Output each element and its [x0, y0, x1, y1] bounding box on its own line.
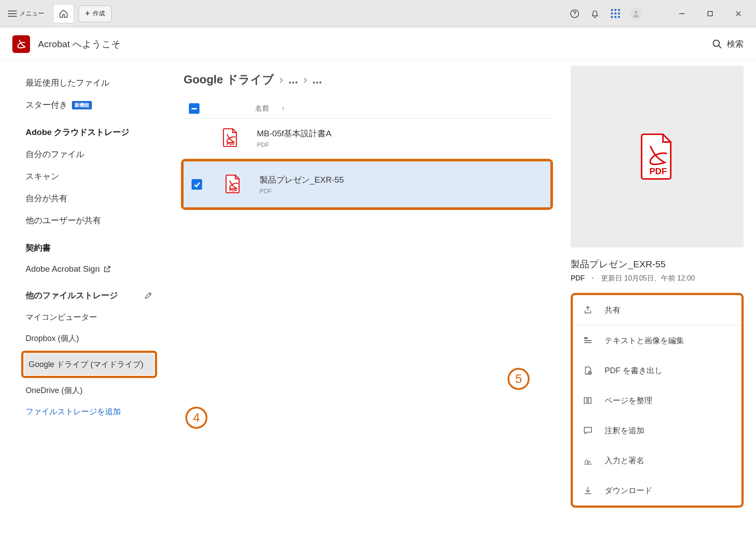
detail-file-name: 製品プレゼン_EXR-55 — [571, 258, 744, 270]
sidebar-item-mycomputer[interactable]: マイコンピューター — [21, 307, 157, 328]
file-type: PDF — [260, 187, 344, 195]
callout-box-selected-row: 製品プレゼン_EXR-55 PDF — [181, 159, 553, 210]
comment-icon — [583, 425, 593, 436]
sidebar-item-gdrive[interactable]: Google ドライブ (マイドライブ) — [24, 354, 154, 375]
sort-asc-icon[interactable]: ↑ — [282, 105, 285, 112]
export-icon — [583, 365, 593, 376]
file-name: MB-05f基本設計書A — [257, 128, 331, 139]
detail-panel: PDF 製品プレゼン_EXR-55 PDF ・ 更新日 10月05日、午前 12… — [566, 60, 756, 517]
window-minimize[interactable] — [672, 6, 692, 22]
main-panel: Google ドライブ › ... › ... 名前 ↑ MB-05f基本設計書… — [168, 60, 566, 517]
file-type: PDF — [257, 141, 331, 148]
row-checkbox[interactable] — [189, 133, 199, 143]
new-badge: 新機能 — [72, 101, 92, 109]
menu-button[interactable]: メニュー — [4, 7, 49, 20]
action-organize-pages[interactable]: ページを整理 — [573, 386, 741, 416]
window-maximize[interactable] — [700, 6, 720, 22]
subheader: Acrobat へようこそ 検索 — [0, 27, 756, 60]
file-row[interactable]: MB-05f基本設計書A PDF — [181, 119, 553, 158]
bell-icon[interactable] — [589, 8, 601, 19]
callout-box-4: Google ドライブ (マイドライブ) — [21, 351, 157, 378]
breadcrumb-mid[interactable]: ... — [288, 73, 298, 86]
breadcrumb-last[interactable]: ... — [312, 73, 322, 86]
svg-rect-5 — [708, 11, 712, 16]
sidebar: 最近使用したファイル スター付き 新機能 Adobe クラウドストレージ 自分の… — [0, 60, 168, 517]
organize-icon — [583, 395, 593, 406]
window-close[interactable] — [729, 6, 748, 22]
plus-icon: + — [85, 9, 90, 18]
sidebar-item-scan[interactable]: スキャン — [21, 165, 157, 187]
svg-point-8 — [713, 40, 719, 46]
column-name-header[interactable]: 名前 — [255, 104, 269, 113]
home-tab[interactable] — [53, 4, 74, 23]
svg-line-9 — [718, 45, 721, 48]
pencil-icon[interactable] — [144, 291, 153, 300]
pdf-file-icon — [222, 127, 239, 149]
acrobat-logo-icon — [12, 35, 30, 53]
sidebar-item-shared-by-others[interactable]: 他のユーザーが共有 — [21, 210, 157, 232]
sidebar-item-dropbox[interactable]: Dropbox (個人) — [21, 328, 157, 349]
sidebar-section-contracts: 契約書 — [21, 232, 157, 259]
search-icon — [712, 39, 722, 49]
sidebar-item-shared-by-me[interactable]: 自分が共有 — [21, 187, 157, 210]
file-row[interactable]: 製品プレゼン_EXR-55 PDF — [184, 161, 550, 207]
svg-rect-16 — [588, 398, 591, 404]
sidebar-item-add-storage[interactable]: ファイルストレージを追加 — [21, 401, 157, 422]
help-icon[interactable] — [569, 8, 580, 19]
share-icon — [583, 305, 593, 315]
callout-number-4: 4 — [185, 407, 207, 429]
hamburger-icon — [8, 11, 17, 17]
detail-meta: PDF ・ 更新日 10月05日、午前 12:00 — [571, 274, 744, 283]
file-name: 製品プレゼン_EXR-55 — [260, 174, 344, 186]
action-edit-text-image[interactable]: テキストと画像を編集 — [573, 326, 741, 356]
sidebar-item-starred[interactable]: スター付き 新機能 — [21, 94, 157, 116]
sidebar-section-storage: 他のファイルストレージ — [21, 279, 157, 307]
external-link-icon — [103, 265, 111, 273]
action-share[interactable]: 共有 — [573, 295, 741, 326]
svg-rect-12 — [584, 340, 592, 341]
svg-text:PDF: PDF — [649, 166, 667, 176]
svg-point-2 — [574, 15, 575, 16]
sidebar-item-acrobat-sign[interactable]: Adobe Acrobat Sign — [21, 259, 157, 279]
row-checkbox[interactable] — [192, 179, 202, 190]
action-download[interactable]: ダウンロード — [573, 476, 741, 506]
breadcrumb: Google ドライブ › ... › ... — [181, 68, 553, 101]
chevron-right-icon: › — [303, 73, 307, 86]
titlebar: メニュー + 作成 — [0, 0, 756, 27]
menu-label: メニュー — [19, 10, 44, 18]
download-icon — [583, 485, 593, 496]
sidebar-item-myfiles[interactable]: 自分のファイル — [21, 143, 157, 165]
svg-rect-15 — [584, 398, 587, 404]
search-button[interactable]: 検索 — [712, 38, 744, 50]
breadcrumb-root[interactable]: Google ドライブ — [184, 72, 274, 87]
select-all-checkbox[interactable] — [189, 103, 199, 114]
svg-point-3 — [635, 11, 638, 14]
pdf-file-icon — [224, 174, 242, 195]
search-label: 検索 — [727, 38, 744, 50]
sidebar-item-recent[interactable]: 最近使用したファイル — [21, 72, 157, 94]
apps-grid-icon[interactable] — [609, 8, 621, 19]
avatar-icon[interactable] — [630, 7, 642, 20]
callout-number-5: 5 — [508, 368, 530, 390]
list-header: 名前 ↑ — [181, 101, 553, 119]
sidebar-section-cloud: Adobe クラウドストレージ — [21, 116, 157, 143]
action-export-pdf[interactable]: PDF を書き出し — [573, 356, 741, 386]
create-button[interactable]: + 作成 — [79, 5, 112, 22]
sign-icon — [583, 455, 593, 466]
edit-icon — [583, 335, 593, 346]
pdf-large-icon: PDF — [637, 132, 677, 181]
sidebar-item-onedrive[interactable]: OneDrive (個人) — [21, 380, 157, 401]
svg-rect-13 — [584, 342, 592, 343]
action-fill-sign[interactable]: 入力と署名 — [573, 446, 741, 476]
page-title: Acrobat へようこそ — [38, 38, 121, 50]
chevron-right-icon: › — [279, 73, 283, 86]
action-add-comment[interactable]: 注釈を追加 — [573, 416, 741, 446]
svg-rect-11 — [584, 337, 587, 339]
create-label: 作成 — [93, 10, 105, 18]
callout-box-5: 共有 テキストと画像を編集 PDF を書き出し ページを整理 注釈を追加 入力と… — [571, 293, 744, 508]
file-thumbnail: PDF — [571, 66, 744, 247]
home-icon — [59, 9, 68, 19]
